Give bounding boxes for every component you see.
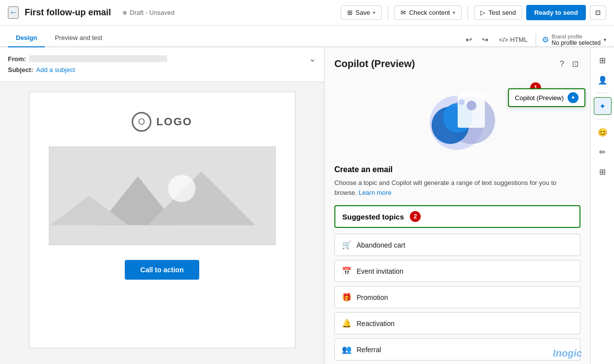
logo-circle-icon: O [132,112,151,132]
save-dropdown-arrow: ▾ [373,10,375,15]
subject-link[interactable]: Add a subject [36,66,75,73]
copilot-main: Copilot (Preview) ? ⊡ [325,47,590,364]
create-email-title: Create an email [334,165,580,174]
toolbar-divider-2 [468,6,468,20]
event-invitation-icon: 📅 [342,266,352,276]
draft-status: Draft - Unsaved [123,9,175,16]
undo-button[interactable]: ↩ [463,33,475,46]
topic-referral[interactable]: 👥 Referral [334,338,580,361]
copilot-help-button[interactable]: ? [558,57,566,71]
expand-button[interactable]: ⌄ [309,53,316,64]
svg-point-10 [459,99,465,105]
tab-preview[interactable]: Preview and test [47,29,110,47]
brand-profile-selector[interactable]: ⚙ Brand profile No profile selected ▾ [536,34,606,46]
cta-button[interactable]: Call to action [125,260,200,280]
suggested-topics-label: Suggested topics [342,213,404,221]
html-button[interactable]: </> HTML [495,34,532,45]
copilot-panel: Copilot (Preview) ? ⊡ [325,47,614,364]
copilot-expand-button[interactable]: ⊡ [570,57,580,71]
create-email-desc: Choose a topic and Copilot will generate… [334,178,580,197]
chat-icon: ⊡ [595,9,601,16]
send-icon: ▷ [480,9,485,16]
test-send-button[interactable]: ▷ Test send [474,5,522,20]
check-icon: ✉ [400,9,406,16]
copilot-tooltip: Copilot (Preview) ✦ [508,88,585,107]
copilot-header-icons: ? ⊡ [558,57,580,71]
referral-icon: 👥 [342,345,352,354]
sidebar-divider-2 [596,119,610,119]
brand-dropdown-arrow: ▾ [604,37,606,42]
topic-event-invitation[interactable]: 📅 Event invitation [334,260,580,282]
email-editor: From: ⌄ Subject: Add a subject O LOGO [0,47,325,364]
code-icon: </> [499,36,508,43]
copilot-logo-svg [418,78,497,157]
copilot-sidebar: ⊞ 👤 ✦ 😊 ✏ ⊞ [590,47,614,364]
check-dropdown-arrow: ▾ [453,10,455,15]
svg-point-11 [467,101,476,110]
tooltip-copilot-icon[interactable]: ✦ [568,92,578,103]
check-content-button[interactable]: ✉ Check content ▾ [394,5,462,20]
copilot-header: Copilot (Preview) ? ⊡ [334,57,580,71]
topic-promotion[interactable]: 🎁 Promotion [334,286,580,308]
back-button[interactable]: ← [8,6,19,19]
draft-label: Draft - Unsaved [130,9,175,16]
step2-badge: 2 [410,211,421,222]
sidebar-elements-button[interactable]: ⊞ [594,163,612,181]
page-title: First follow-up email [25,7,111,18]
brand-text: Brand profile No profile selected [552,34,601,46]
draft-dot [123,11,127,15]
suggested-topics-header: Suggested topics 2 [334,205,580,228]
create-email-section: Create an email Choose a topic and Copil… [334,165,580,197]
topic-abandoned-cart[interactable]: 🛒 Abandoned cart [334,234,580,256]
tab-bar: Design Preview and test ↩ ↪ </> HTML ⚙ B… [0,26,614,47]
from-field: From: ⌄ [8,53,316,64]
tooltip-label: Copilot (Preview) [515,94,564,102]
copilot-title: Copilot (Preview) [334,58,415,70]
email-header: From: ⌄ Subject: Add a subject [0,47,324,82]
brand-icon: ⚙ [542,35,549,44]
sidebar-add-button[interactable]: ⊞ [594,51,612,69]
top-toolbar: ← First follow-up email Draft - Unsaved … [0,0,614,26]
suggested-topics-section: Suggested topics 2 🛒 Abandoned cart 📅 Ev… [334,205,580,361]
ready-to-send-button[interactable]: Ready to send [526,5,586,20]
sidebar-divider-1 [596,93,610,93]
chat-button[interactable]: ⊡ [590,5,606,20]
promotion-icon: 🎁 [342,292,352,302]
tab-design[interactable]: Design [8,29,45,47]
learn-more-link[interactable]: Learn more [359,189,391,196]
tab-actions: ↩ ↪ </> HTML ⚙ Brand profile No profile … [463,33,606,46]
redo-button[interactable]: ↪ [479,33,491,46]
subject-field: Subject: Add a subject [8,66,316,73]
save-button[interactable]: ⊞ Save ▾ [341,5,382,20]
toolbar-divider-1 [388,6,388,20]
abandoned-cart-icon: 🛒 [342,240,352,250]
svg-point-4 [168,175,195,202]
svg-rect-0 [50,147,274,245]
topic-reactivation[interactable]: 🔔 Reactivation [334,312,580,334]
save-icon: ⊞ [347,9,353,16]
logo-area: O LOGO [132,112,192,132]
sidebar-copilot-button[interactable]: ✦ [594,97,612,115]
email-content-area: O LOGO Call to action [29,92,295,348]
hero-image-placeholder [49,146,276,245]
email-canvas: O LOGO Call to action [0,82,324,358]
main-content: From: ⌄ Subject: Add a subject O LOGO [0,47,614,364]
copilot-logo-area: 1 Copilot (Preview) ✦ [334,78,580,157]
sidebar-personalize-button[interactable]: 😊 [594,123,612,141]
svg-rect-9 [458,93,485,128]
sidebar-people-button[interactable]: 👤 [594,71,612,89]
reactivation-icon: 🔔 [342,319,352,328]
sidebar-edit-button[interactable]: ✏ [594,143,612,161]
from-value [29,55,167,62]
